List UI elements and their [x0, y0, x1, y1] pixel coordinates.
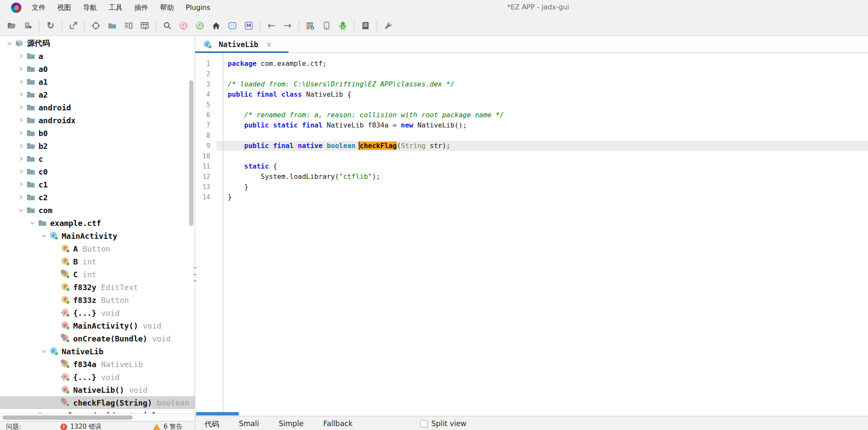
chevron-right-icon[interactable] [16, 154, 26, 164]
menu-plugins[interactable]: Plugins [180, 1, 216, 15]
tree-row[interactable]: mcheckFlag(String)boolean [0, 396, 195, 409]
tree-row[interactable]: a0 [0, 62, 195, 75]
settings-button[interactable] [380, 18, 396, 33]
chevron-down-icon[interactable] [27, 218, 38, 228]
editor-hscroll-thumb[interactable] [196, 412, 239, 415]
tree-row[interactable]: b2 [0, 139, 195, 152]
add-files-button[interactable] [20, 18, 36, 33]
tree-row[interactable]: ff832yEditText [0, 281, 195, 294]
tree-row[interactable]: c2 [0, 191, 195, 204]
nav-forward-button[interactable]: → [280, 18, 295, 33]
chevron-right-icon[interactable] [16, 166, 26, 177]
errors-badge[interactable]: ! 1320 错误 [60, 423, 101, 430]
warnings-badge[interactable]: 6 警告 [153, 423, 182, 430]
chevron-right-icon[interactable] [16, 192, 26, 202]
menu-tools[interactable]: 工具 [103, 1, 128, 15]
tree-row[interactable]: a2 [0, 88, 195, 101]
tree-row[interactable]: android [0, 101, 195, 114]
view-tab-simple[interactable]: Simple [279, 419, 314, 429]
tree-row[interactable]: ff833zButton [0, 294, 195, 306]
chevron-right-icon[interactable] [16, 64, 26, 74]
tree-row[interactable]: ff834aNativeLib [0, 358, 195, 371]
view-tab-fallback[interactable]: Fallback [323, 419, 363, 429]
code-text: static { [217, 161, 868, 172]
tree-row[interactable]: 源代码 [0, 37, 195, 50]
tree-item-type: EditText [101, 283, 138, 292]
view-tab-代码[interactable]: 代码 [205, 419, 229, 429]
chevron-down-icon[interactable] [39, 346, 49, 356]
chevron-right-icon[interactable] [16, 115, 26, 125]
chevron-right-icon[interactable] [16, 77, 26, 87]
tree-row[interactable]: cMainActivity [0, 229, 195, 242]
tree-row[interactable]: c0 [0, 165, 195, 178]
tree-row[interactable]: mMainActivity()void [0, 319, 195, 332]
tree-row[interactable]: fAButton [0, 242, 195, 255]
menu-help[interactable]: 帮助 [154, 1, 180, 15]
android-debug-button[interactable] [335, 18, 351, 33]
menu-file[interactable]: 文件 [26, 1, 51, 15]
mark-m-button[interactable]: M [241, 18, 256, 33]
tree-row[interactable]: example.ctf [0, 216, 195, 229]
split-view-checkbox[interactable] [420, 420, 428, 427]
export-button[interactable] [65, 18, 81, 33]
code-editor[interactable]: 1package com.example.ctf;23/* loaded fro… [195, 53, 868, 412]
tree-row[interactable]: fBint [0, 255, 195, 268]
menu-view[interactable]: 视图 [51, 1, 77, 15]
chevron-right-icon[interactable] [16, 179, 26, 190]
tree-row[interactable]: cNativeLib [0, 345, 195, 358]
tree-row[interactable]: mNativeLib()void [0, 383, 195, 396]
nav-back-button[interactable]: ← [264, 18, 279, 33]
menu-plugins-cn[interactable]: 插件 [128, 1, 154, 15]
open-file-button[interactable] [4, 18, 19, 33]
tree-row[interactable]: monCreate(Bundle)void [0, 332, 195, 345]
tree-row[interactable]: google.android.material [0, 409, 195, 413]
device-button[interactable] [319, 18, 334, 33]
chevron-right-icon[interactable] [16, 128, 26, 138]
tree-row[interactable]: a [0, 50, 195, 62]
chevron-down-icon[interactable] [4, 38, 15, 48]
chevron-right-icon[interactable] [16, 141, 26, 151]
comments-search-button[interactable] [225, 18, 240, 33]
menu-navigation[interactable]: 导航 [77, 1, 103, 15]
flatten-packages-button[interactable] [121, 18, 136, 33]
chevron-down-icon[interactable] [39, 231, 49, 241]
tree-row[interactable]: b0 [0, 127, 195, 139]
tree-row[interactable]: c [0, 152, 195, 165]
view-tab-smali[interactable]: Smali [239, 419, 269, 429]
chevron-down-icon[interactable] [16, 205, 26, 215]
tree-row[interactable]: androidx [0, 114, 195, 127]
class-search-button[interactable] [192, 18, 208, 33]
tree-item-type: Button [101, 296, 129, 305]
tree-row[interactable]: m★{...}void [0, 371, 195, 383]
chevron-right-icon[interactable] [16, 89, 26, 100]
chevron-right-icon[interactable] [16, 51, 26, 61]
chevron-right-icon[interactable] [16, 102, 26, 113]
splitter-handle[interactable] [193, 267, 196, 282]
tree-hscroll-thumb[interactable] [3, 415, 133, 420]
text-search-button[interactable] [176, 18, 191, 33]
tab-close-icon[interactable]: × [266, 40, 272, 49]
editor-horizontal-scrollbar[interactable] [195, 412, 868, 416]
tree-row[interactable]: com [0, 204, 195, 216]
crosshair-button[interactable] [88, 18, 104, 33]
code-token [323, 142, 327, 150]
deobfuscation-button[interactable] [303, 18, 318, 33]
tab-nativelib[interactable]: c NativeLib × [195, 36, 278, 53]
tree-vertical-scrollbar[interactable] [189, 80, 193, 226]
resources-folder-button[interactable] [104, 18, 120, 33]
chevron-right-icon[interactable] [27, 410, 38, 413]
tree-item-label: a [39, 52, 43, 61]
tree-row[interactable]: a1 [0, 75, 195, 88]
tree-row[interactable]: fCint [0, 268, 195, 281]
tree-row[interactable]: c1 [0, 178, 195, 191]
tree-row[interactable]: m★{...}void [0, 306, 195, 319]
reload-button[interactable]: ↻ [43, 18, 58, 33]
split-view-toggle[interactable]: Split view [420, 419, 467, 428]
folder-icon [38, 218, 47, 228]
search-button[interactable] [160, 18, 175, 33]
log-viewer-button[interactable] [358, 18, 373, 33]
home-button[interactable] [208, 18, 224, 33]
grid-view-button[interactable] [137, 18, 152, 33]
class-icon: c [49, 231, 59, 240]
tree-horizontal-scrollbar[interactable] [0, 413, 195, 421]
